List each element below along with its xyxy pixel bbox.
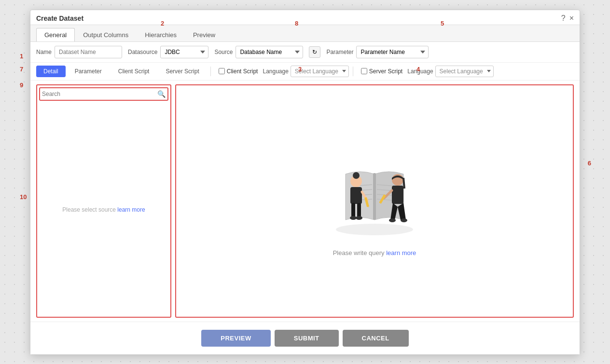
svg-point-22 (389, 218, 396, 222)
content-area: 🔍 Please select source learn more (30, 81, 580, 322)
main-tabs: General Output Columns Hierarchies Previ… (30, 25, 580, 42)
client-language-label: Language (263, 68, 288, 75)
annotation-9: 9 (20, 81, 23, 89)
annotation-8: 8 (295, 20, 298, 27)
svg-point-16 (356, 216, 362, 220)
annotation-7: 7 (20, 66, 23, 73)
right-learn-more-link[interactable]: learn more (386, 249, 416, 256)
empty-illustration (321, 145, 428, 242)
sub-tab-client-script[interactable]: Client Script (111, 66, 157, 77)
svg-point-15 (350, 216, 357, 220)
dialog-header: Create Dataset ? × (30, 10, 580, 25)
left-panel-body: Please select source learn more (37, 103, 170, 317)
close-icon[interactable]: × (569, 14, 574, 23)
name-label: Name (36, 49, 52, 55)
sub-tab-parameter[interactable]: Parameter (68, 66, 109, 77)
left-empty-text: Please select source learn more (62, 206, 145, 213)
annotation-3: 3 (298, 66, 302, 73)
source-label: Source (214, 49, 233, 55)
name-input[interactable] (55, 46, 122, 58)
server-script-option: Server Script (361, 68, 402, 75)
svg-rect-12 (350, 187, 362, 204)
annotation-6: 6 (588, 160, 591, 167)
server-language-label: Language (407, 68, 433, 75)
svg-rect-14 (357, 203, 361, 217)
tab-general[interactable]: General (36, 28, 75, 41)
footer: PREVIEW SUBMIT CANCEL (30, 322, 580, 354)
server-script-label: Server Script (369, 68, 402, 75)
svg-rect-21 (392, 186, 403, 204)
server-language-select[interactable]: Select Language (435, 66, 494, 77)
parameter-field-group: Parameter Parameter Name (326, 46, 429, 58)
preview-button[interactable]: PREVIEW (201, 330, 270, 347)
parameter-select[interactable]: Parameter Name (356, 46, 429, 58)
sub-tabs-row: Detail Parameter Client Script Server Sc… (30, 63, 580, 81)
left-panel: 🔍 Please select source learn more (36, 84, 171, 318)
search-input[interactable] (42, 91, 157, 97)
svg-rect-13 (351, 203, 355, 217)
annotation-4: 4 (416, 66, 420, 73)
search-icon: 🔍 (157, 90, 166, 98)
annotation-10: 10 (20, 193, 27, 201)
datasource-select[interactable]: JDBC (160, 46, 208, 58)
cancel-button[interactable]: CANCEL (343, 330, 409, 347)
client-script-checkbox[interactable] (219, 68, 225, 74)
tab-hierarchies[interactable]: Hierarchies (137, 28, 185, 41)
datasource-label: Datasource (128, 49, 157, 55)
help-icon[interactable]: ? (561, 14, 566, 23)
create-dataset-dialog: 1 2 3 4 5 6 7 8 9 10 Create Dataset ? × … (30, 10, 580, 355)
right-panel: Please write query learn more (175, 84, 574, 318)
refresh-button[interactable]: ↻ (309, 46, 320, 58)
svg-point-23 (401, 218, 407, 222)
datasource-field-group: Datasource JDBC (128, 46, 208, 58)
tab-preview[interactable]: Preview (185, 28, 223, 41)
svg-rect-1 (373, 173, 376, 220)
tab-output-columns[interactable]: Output Columns (75, 28, 137, 41)
left-learn-more-link[interactable]: learn more (117, 206, 145, 213)
sub-tab-server-script[interactable]: Server Script (158, 66, 206, 77)
annotation-2: 2 (161, 20, 164, 27)
dialog-title: Create Dataset (36, 14, 83, 22)
name-field-group: Name (36, 46, 122, 58)
sub-tab-detail[interactable]: Detail (36, 66, 66, 77)
client-script-label: Client Script (227, 68, 258, 75)
client-script-option: Client Script (219, 68, 258, 75)
server-script-checkbox[interactable] (361, 68, 367, 74)
header-actions: ? × (561, 14, 574, 23)
search-container: 🔍 (39, 87, 168, 101)
svg-point-11 (353, 172, 360, 179)
submit-button[interactable]: SUBMIT (275, 330, 339, 347)
source-select[interactable]: Database Name (236, 46, 303, 58)
annotation-1: 1 (20, 53, 23, 60)
annotation-5: 5 (441, 20, 444, 27)
source-field-group: Source Database Name (214, 46, 303, 58)
svg-point-0 (336, 224, 413, 235)
parameter-label: Parameter (326, 49, 353, 55)
right-empty-text: Please write query learn more (333, 249, 416, 256)
form-row: Name Datasource JDBC Source Database Nam… (30, 42, 580, 63)
